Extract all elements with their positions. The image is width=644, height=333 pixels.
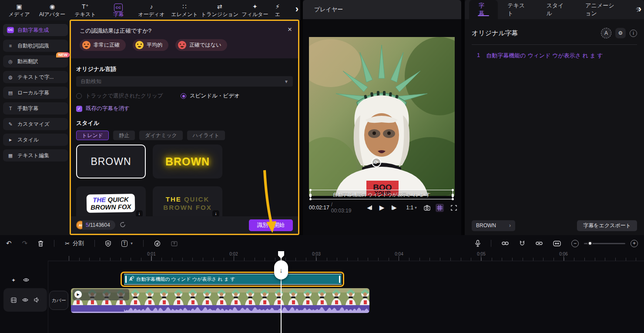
feedback-very-accurate[interactable]: 非常に正確 [80,39,126,51]
sidebar-item-manual-subtitle[interactable]: T 手動字幕 [3,102,68,114]
subtitle-overlay-box[interactable]: 自動字幕機能の ウィンドウが表示さ れ ま す [310,190,453,199]
sidebar-item-text-to-subtitle[interactable]: ◍ テキストで字... [3,71,68,83]
text-tool-dropdown[interactable]: T ▾ [121,240,133,247]
radio-track-clip[interactable]: トラックで選択されたクリップ [76,92,176,100]
style-tab-static[interactable]: 静止 [113,131,135,140]
sidebar-item-video-translate[interactable]: ◎ 動画翻訳 NEW [3,55,68,67]
sidebar-item-auto-lyrics[interactable]: ≡ 自動歌詞認識 [3,40,68,52]
cover-button[interactable]: カバー [49,291,68,310]
video-clip[interactable]: ▶ [71,288,369,313]
subtitle-clip[interactable]: A 自動字幕機能の ウィンド ウが表示さ れ ま す [124,274,342,285]
voiceover-mic-button[interactable] [475,240,480,247]
export-clip-button[interactable] [171,240,178,246]
clear-subtitles-checkbox[interactable]: ✓ 既存の字幕を消す [76,105,293,112]
next-frame-button[interactable]: ▶ [392,205,396,211]
auto-translate-icon[interactable]: A [601,28,611,38]
sidebar-item-customize[interactable]: ✎ カスタマイズ [3,118,68,130]
tab-effects-partial[interactable]: ⚡ エ [272,0,284,20]
feedback-average[interactable]: 平均的 [133,39,168,51]
fullscreen-button[interactable] [451,205,457,211]
redo-button[interactable]: ↷ [22,239,28,247]
rotate-handle-icon[interactable]: ⟳ [372,158,381,167]
tab-text[interactable]: T⁺ テキスト [69,0,102,20]
zoom-ratio-dropdown[interactable]: 1:1 ▾ [406,205,416,211]
style-section-label: スタイル [76,119,293,127]
snapshot-camera-button[interactable] [424,205,430,211]
resize-handle[interactable] [309,189,312,191]
avatar-icon: ◉ [50,3,55,10]
feedback-question: この認識結果は正確ですか? [80,27,289,35]
track-visibility-icon[interactable] [22,298,28,302]
resize-handle[interactable] [452,198,454,200]
split-button[interactable]: ✂ 分割 [65,239,84,247]
track-mute-icon[interactable] [34,297,40,303]
trim-handle-left[interactable] [125,276,127,283]
settings-gear-icon[interactable]: ⚙ [615,28,626,38]
resize-handle[interactable] [309,194,312,197]
video-editor-app: ▣ メディア ◉ AIアバター T⁺ テキスト CC 字幕 ♪ オーディオ ∷ … [0,0,644,333]
timeline-ruler[interactable]: 0:01 0:02 0:03 0:04 0:05 0:06 [48,252,644,261]
tab-transitions[interactable]: ⇄ トランジション [201,0,238,20]
tab-ai-avatar[interactable]: ◉ AIアバター [36,0,69,20]
language-select[interactable]: 自動検知 ▼ [76,76,293,87]
subtitle-track-effect-icon[interactable]: ✦ [11,277,16,283]
current-style-button[interactable]: BROWN › [472,220,515,231]
style-card-quick-fox-sticker[interactable]: THE QUICKBROWN FOX ↓ [76,186,146,220]
love-face-icon [82,41,91,49]
tab-subtitle[interactable]: CC 字幕 [102,0,135,20]
tab-text-props[interactable]: テキスト [498,0,537,19]
tab-subtitle-props[interactable]: 字幕 [469,0,498,19]
effects-icon: ⚡ [275,3,280,10]
tab-media[interactable]: ▣ メディア [3,0,36,20]
style-card-quick-fox-outline[interactable]: THE QUICKBROWN FOX ↓ [153,186,222,220]
radio-spindle-video[interactable]: スピンドル・ビデオ [181,92,240,100]
tab-style-props[interactable]: スタイル [537,0,576,19]
prev-frame-button[interactable]: ◀ [367,205,372,211]
refresh-icon[interactable] [120,222,126,229]
resize-handle[interactable] [309,198,312,200]
auto-fit-timeline-button[interactable] [553,241,561,246]
play-button[interactable]: ▶ [379,204,385,212]
tab-elements[interactable]: ∷ エレメント [168,0,201,20]
sidebar-item-style[interactable]: ▶ スタイル [3,134,68,146]
info-icon[interactable]: i [630,30,637,37]
tab-filters[interactable]: ✦ フィルター [238,0,272,20]
resize-handle[interactable] [452,194,454,197]
subtitle-row-1[interactable]: 1 自動字幕機能の ウィンド ウが表示さ れ ま す [465,45,644,60]
grid-toggle-button[interactable] [436,204,444,212]
properties-tabs: 字幕 テキスト スタイル アニメーション テ › [465,0,644,19]
tab-animation-props[interactable]: アニメーション [576,0,629,19]
export-subtitle-button[interactable]: 字幕をエクスポート [577,220,637,231]
style-card-brown-glow[interactable]: BROWN [153,145,222,178]
start-recognition-button[interactable]: 識別を開始 [249,219,293,231]
delete-trash-button[interactable] [38,240,44,247]
style-tab-dynamic[interactable]: ダイナミック [139,131,183,140]
style-tab-highlight[interactable]: ハイライト [187,131,225,140]
link-clips-button[interactable] [502,241,509,246]
zoom-slider-handle[interactable] [587,241,593,246]
zoom-in-button[interactable]: + [631,240,638,247]
tab-audio[interactable]: ♪ オーディオ [135,0,168,20]
timeline-zoom-slider[interactable] [584,241,625,246]
track-type-icon [11,297,17,303]
sidebar-item-local-subtitle[interactable]: ▤ ローカル字幕 [3,87,68,99]
nav-more-chevron-icon[interactable]: › [295,3,299,15]
speed-ramp-button[interactable] [154,240,161,247]
zoom-out-button[interactable]: − [571,240,579,247]
sidebar-item-auto-caption[interactable]: CC 自動字幕生成 [3,24,68,36]
subtitle-track-visibility-icon[interactable] [23,277,29,283]
close-icon[interactable]: × [288,25,292,34]
translate-icon: ◎ [7,59,14,64]
magnet-snap-button[interactable] [519,240,525,246]
feedback-not-accurate[interactable]: 正確ではない [175,39,227,51]
mask-shield-button[interactable] [105,240,111,247]
resize-handle[interactable] [452,189,454,191]
trim-handle-right[interactable] [339,276,340,283]
undo-button[interactable]: ↶ [6,239,12,247]
sidebar-item-text-edit[interactable]: ▦ テキスト編集 [3,149,68,161]
unlink-clips-button[interactable] [536,241,543,246]
tabs-more-chevron-icon[interactable]: › [638,3,641,15]
style-card-brown-plain[interactable]: BROWN [76,145,146,178]
tab-template-partial[interactable]: テ [630,0,644,19]
style-tab-trend[interactable]: トレンド [76,131,109,140]
